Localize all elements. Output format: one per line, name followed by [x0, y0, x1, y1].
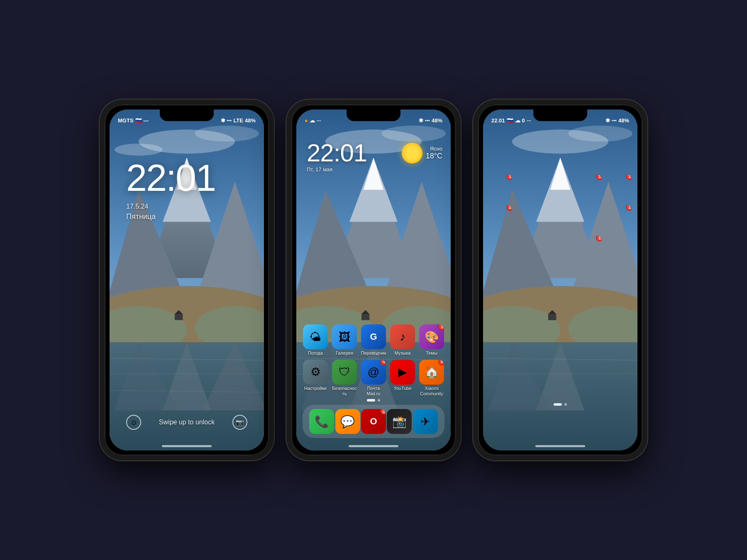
- phone-1-screen: MGTS 🇷🇺 — ✱ ▪▪▪ LTE 48% 22:01 17.5.24 Пя…: [110, 110, 264, 450]
- phone3-cloud: ☁: [515, 117, 520, 124]
- status-right-2: ✱ ▪▪▪ 48%: [419, 117, 442, 124]
- signal-lte: LTE: [233, 117, 243, 124]
- home-screen-2: 22:01 Пт, 17 мая Ясно 18°C: [296, 110, 451, 450]
- gallery-app-label: Галерея: [336, 351, 353, 356]
- svg-rect-55: [548, 314, 556, 320]
- app-gallery[interactable]: 🖼 Галерея: [332, 324, 357, 356]
- xiaomi-community-label: Xiaomi Community: [419, 386, 444, 397]
- app-security[interactable]: 🛡 Безопасность: [332, 360, 357, 397]
- home-time-display: 22:01: [307, 141, 367, 166]
- mountain-bg-svg-3: [483, 110, 637, 450]
- page-dots-2: [296, 399, 451, 402]
- phone3-zero: 0: [522, 117, 525, 124]
- camera-icon: 📸: [387, 409, 412, 434]
- music-app-icon: ♪: [390, 324, 415, 349]
- phone3-dots: ···: [527, 117, 531, 124]
- weather-info: Ясно 18°C: [426, 146, 442, 161]
- gallery-app-icon: 🖼: [332, 324, 357, 349]
- battery-2: 48%: [432, 117, 442, 124]
- signal-3: ▪▪▪: [612, 118, 617, 123]
- app-mail[interactable]: 4 @ Почта Mail.ru: [361, 360, 386, 397]
- status-cloud-icon: ☁: [310, 117, 315, 124]
- mail-app-icon: 4 @: [361, 360, 386, 385]
- lock-camera-icon[interactable]: ⊙: [126, 415, 141, 430]
- weather-desc: Ясно: [426, 146, 442, 152]
- badge-opera: 2: [380, 409, 386, 415]
- lock-bottom-bar: ⊙ Swipe up to unlock 📷: [110, 415, 264, 430]
- weather-temp: 18°C: [426, 152, 442, 161]
- messages-icon: 💬: [335, 409, 360, 434]
- phone-2-home-indicator[interactable]: [349, 445, 398, 447]
- carrier-text: MGTS: [118, 117, 134, 124]
- app-themes[interactable]: 1 🎨 Темы: [419, 324, 444, 356]
- settings-app-label: Настройки: [304, 386, 327, 391]
- badge-themes: 1: [438, 324, 444, 330]
- phone-2-wrapper: ● ☁ ··· ✱ ▪▪▪ 48% 22:01 Пт, 17 мая: [286, 100, 461, 460]
- weather-app-label: Погода: [308, 351, 323, 356]
- app-row-1: 🌤 Погода 🖼 Галерея G Переводчик ♪: [303, 324, 444, 356]
- app-grid-2: 🌤 Погода 🖼 Галерея G Переводчик ♪: [296, 324, 451, 397]
- weather-icon: [402, 143, 422, 163]
- status-dots: ···: [317, 117, 321, 124]
- phone-1-wrapper: MGTS 🇷🇺 — ✱ ▪▪▪ LTE 48% 22:01 17.5.24 Пя…: [100, 100, 274, 460]
- phone-1-notch: [160, 110, 214, 121]
- status-right: ✱ ▪▪▪ LTE 48%: [221, 117, 256, 124]
- bluetooth-icon-1: ✱: [221, 117, 225, 124]
- lock-date-num: 17.5.24: [126, 203, 148, 210]
- phone-icon: 📞: [309, 409, 334, 434]
- phone-1-home-indicator[interactable]: [162, 445, 212, 447]
- status-left-3: 22.01 🇷🇺 ☁ 0 ···: [491, 117, 531, 124]
- phone-3-wrapper: 22.01 🇷🇺 ☁ 0 ··· ✱ ▪▪▪ 48% ⌨: [473, 100, 647, 460]
- status-left: MGTS 🇷🇺 —: [118, 117, 149, 124]
- app-weather[interactable]: 🌤 Погода: [303, 324, 328, 356]
- security-app-label: Безопасность: [332, 386, 357, 397]
- page-dots-3: [483, 403, 637, 406]
- status-dot-orange: ●: [305, 117, 308, 124]
- status-right-3: ✱ ▪▪▪ 48%: [605, 117, 629, 124]
- flag-icon: 🇷🇺: [135, 117, 142, 124]
- signal-2: ▪▪▪: [425, 118, 430, 123]
- music-app-label: Музыка: [395, 351, 411, 356]
- lock-time-display: 22:01: [126, 159, 215, 197]
- weather-block: Ясно 18°C: [402, 143, 442, 163]
- dot-3-1: [554, 403, 562, 406]
- home-time-block: 22:01 Пт, 17 мая: [307, 141, 367, 173]
- dock-opera[interactable]: 2 O: [361, 409, 386, 434]
- app-youtube[interactable]: ▶ YouTube: [390, 360, 415, 397]
- telegram-icon: ✈: [413, 409, 438, 434]
- youtube-app-icon: ▶: [390, 360, 415, 385]
- lock-day-name: Пятница: [126, 212, 156, 221]
- status-left-2: ● ☁ ···: [305, 117, 321, 124]
- app-row-2: ⚙ Настройки 🛡 Безопасность 4 @: [303, 360, 444, 397]
- app-translate[interactable]: G Переводчик: [361, 324, 386, 356]
- dock-phone[interactable]: 📞: [309, 409, 334, 434]
- phone-2-notch: [347, 110, 400, 121]
- dock-messages[interactable]: 💬: [334, 409, 360, 434]
- lock-photo-icon[interactable]: 📷: [232, 415, 247, 430]
- security-app-icon: 🛡: [332, 360, 357, 385]
- dock-camera[interactable]: 📸: [386, 409, 412, 434]
- app-settings[interactable]: ⚙ Настройки: [303, 360, 328, 397]
- phone-2-frame: ● ☁ ··· ✱ ▪▪▪ 48% 22:01 Пт, 17 мая: [286, 100, 461, 460]
- themes-app-icon: 1 🎨: [419, 324, 444, 349]
- phone3-time: 22.01: [491, 117, 505, 124]
- battery-3: 48%: [618, 117, 629, 124]
- phone-2-screen: ● ☁ ··· ✱ ▪▪▪ 48% 22:01 Пт, 17 мая: [296, 110, 451, 450]
- mail-app-label: Почта Mail.ru: [361, 386, 386, 397]
- wifi-icon-1: ▪▪▪: [227, 118, 232, 123]
- dock-telegram[interactable]: ✈: [413, 409, 438, 434]
- app-music[interactable]: ♪ Музыка: [390, 324, 415, 356]
- phone-1-frame: MGTS 🇷🇺 — ✱ ▪▪▪ LTE 48% 22:01 17.5.24 Пя…: [100, 100, 274, 460]
- translate-app-icon: G: [361, 324, 386, 349]
- bluetooth-icon-3: ✱: [605, 117, 610, 124]
- app-xiaomi-community[interactable]: 8 🏠 Xiaomi Community: [419, 360, 444, 397]
- youtube-app-label: YouTube: [393, 386, 411, 391]
- phone-3-notch: [533, 110, 587, 121]
- weather-app-icon: 🌤: [303, 324, 328, 349]
- opera-icon: 2 O: [361, 409, 386, 434]
- bluetooth-icon-2: ✱: [419, 117, 423, 124]
- dot-3-2: [564, 403, 567, 406]
- themes-app-label: Темы: [426, 351, 437, 356]
- phone-3-home-indicator[interactable]: [535, 445, 585, 447]
- lock-swipe-hint[interactable]: Swipe up to unlock: [159, 419, 215, 426]
